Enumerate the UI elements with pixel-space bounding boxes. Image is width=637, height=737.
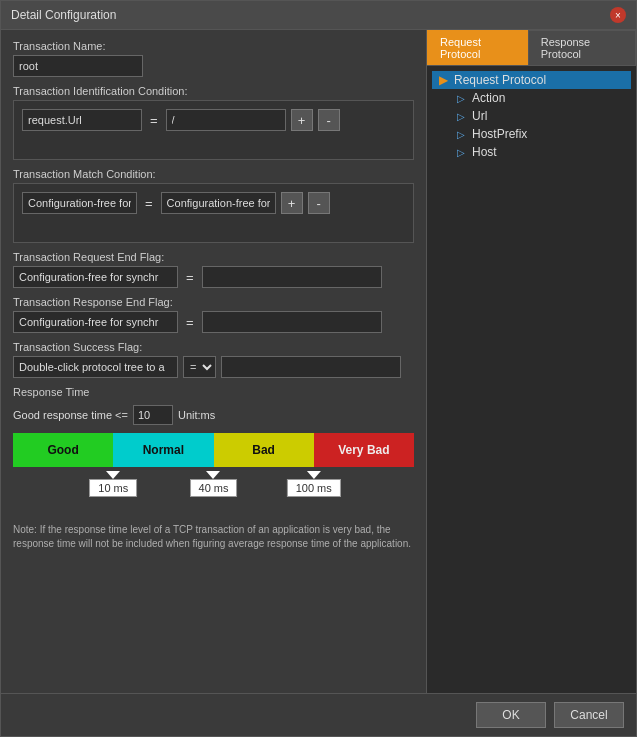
tab-response-protocol[interactable]: Response Protocol (528, 30, 636, 65)
tree-item-url-label: Url (472, 109, 487, 123)
res-end-row: = (13, 311, 414, 333)
title-bar: Detail Configuration × (1, 1, 636, 30)
req-end-label: Transaction Request End Flag: (13, 251, 414, 263)
markers-area: 10 ms 40 ms 100 ms (13, 471, 414, 515)
req-end-eq-label: = (183, 270, 197, 285)
bar-normal: Normal (113, 433, 213, 467)
tree-item-url[interactable]: ▷ Url (450, 107, 631, 125)
cancel-button[interactable]: Cancel (554, 702, 624, 728)
res-end-right-input[interactable] (202, 311, 382, 333)
folder-icon: ▶ (436, 73, 450, 87)
tree-node-icon-url: ▷ (454, 109, 468, 123)
marker-40ms: 40 ms (190, 471, 238, 497)
marker-40ms-arrow (207, 471, 221, 479)
tab-request-protocol[interactable]: Request Protocol (427, 30, 528, 65)
res-end-section: Transaction Response End Flag: = (13, 296, 414, 333)
response-time-label: Response Time (13, 386, 414, 398)
success-row: = (13, 356, 414, 378)
match-block: = + - (13, 183, 414, 243)
dialog: Detail Configuration × Transaction Name:… (0, 0, 637, 737)
good-response-row: Good response time <= Unit:ms (13, 405, 414, 425)
success-label: Transaction Success Flag: (13, 341, 414, 353)
marker-10ms: 10 ms (89, 471, 137, 497)
transaction-name-section: Transaction Name: (13, 40, 414, 77)
success-right-input[interactable] (221, 356, 401, 378)
dialog-title: Detail Configuration (11, 8, 116, 22)
res-end-left-input[interactable] (13, 311, 178, 333)
match-add-button[interactable]: + (281, 192, 303, 214)
marker-100ms: 100 ms (287, 471, 341, 497)
match-eq-label: = (142, 196, 156, 211)
good-time-input[interactable] (133, 405, 173, 425)
res-end-eq-label: = (183, 315, 197, 330)
marker-10ms-arrow (106, 471, 120, 479)
match-remove-button[interactable]: - (308, 192, 330, 214)
left-panel: Transaction Name: Transaction Identifica… (1, 30, 426, 693)
success-left-input[interactable] (13, 356, 178, 378)
success-eq-select[interactable]: = (183, 356, 216, 378)
color-bars: Good Normal Bad Very Bad (13, 433, 414, 467)
tree-node-icon-action: ▷ (454, 91, 468, 105)
match-label: Transaction Match Condition: (13, 168, 414, 180)
marker-10ms-box: 10 ms (89, 479, 137, 497)
tree-item-hostprefix-label: HostPrefix (472, 127, 527, 141)
footer: OK Cancel (1, 693, 636, 736)
protocol-tree: ▶ Request Protocol ▷ Action ▷ Url ▷ Host… (427, 66, 636, 693)
ok-button[interactable]: OK (476, 702, 546, 728)
close-button[interactable]: × (610, 7, 626, 23)
content-area: Transaction Name: Transaction Identifica… (1, 30, 636, 693)
tree-item-host[interactable]: ▷ Host (450, 143, 631, 161)
id-right-input[interactable] (166, 109, 286, 131)
tree-root-label: Request Protocol (454, 73, 546, 87)
req-end-row: = (13, 266, 414, 288)
bar-very-bad: Very Bad (314, 433, 414, 467)
tree-item-action-label: Action (472, 91, 505, 105)
identification-block: = + - (13, 100, 414, 160)
match-right-input[interactable] (161, 192, 276, 214)
id-left-input[interactable] (22, 109, 142, 131)
id-eq-label: = (147, 113, 161, 128)
id-add-button[interactable]: + (291, 109, 313, 131)
match-row: = + - (22, 192, 405, 214)
tree-item-action[interactable]: ▷ Action (450, 89, 631, 107)
response-time-note: Note: If the response time level of a TC… (13, 523, 414, 551)
tree-node-icon-hostprefix: ▷ (454, 127, 468, 141)
tree-item-hostprefix[interactable]: ▷ HostPrefix (450, 125, 631, 143)
response-time-section: Response Time Good response time <= Unit… (13, 386, 414, 551)
req-end-section: Transaction Request End Flag: = (13, 251, 414, 288)
req-end-right-input[interactable] (202, 266, 382, 288)
tree-root-item[interactable]: ▶ Request Protocol (432, 71, 631, 89)
identification-label: Transaction Identification Condition: (13, 85, 414, 97)
marker-100ms-arrow (307, 471, 321, 479)
transaction-name-input[interactable] (13, 55, 143, 77)
transaction-name-label: Transaction Name: (13, 40, 414, 52)
identification-row: = + - (22, 109, 405, 131)
good-response-label: Good response time <= (13, 409, 128, 421)
success-section: Transaction Success Flag: = (13, 341, 414, 378)
identification-section: Transaction Identification Condition: = … (13, 85, 414, 160)
match-section: Transaction Match Condition: = + - (13, 168, 414, 243)
bar-good: Good (13, 433, 113, 467)
marker-40ms-box: 40 ms (190, 479, 238, 497)
match-left-input[interactable] (22, 192, 137, 214)
res-end-label: Transaction Response End Flag: (13, 296, 414, 308)
bar-bad: Bad (214, 433, 314, 467)
tree-item-host-label: Host (472, 145, 497, 159)
unit-label: Unit:ms (178, 409, 215, 421)
req-end-left-input[interactable] (13, 266, 178, 288)
protocol-tabs: Request Protocol Response Protocol (427, 30, 636, 66)
tree-node-icon-host: ▷ (454, 145, 468, 159)
tree-children: ▷ Action ▷ Url ▷ HostPrefix ▷ Host (432, 89, 631, 161)
id-remove-button[interactable]: - (318, 109, 340, 131)
marker-100ms-box: 100 ms (287, 479, 341, 497)
right-panel: Request Protocol Response Protocol ▶ Req… (426, 30, 636, 693)
